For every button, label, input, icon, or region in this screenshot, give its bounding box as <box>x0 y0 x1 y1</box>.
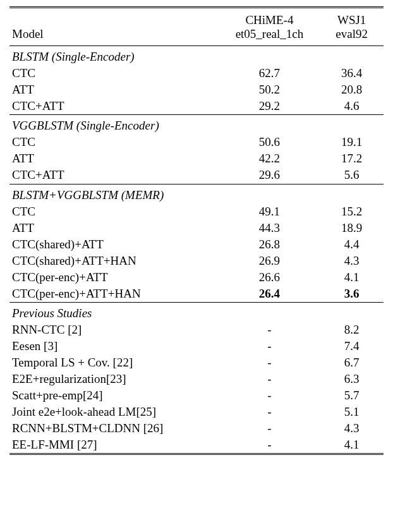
cell-model: EE-LF-MMI [27] <box>9 437 219 453</box>
cell-chime: 44.3 <box>219 220 320 236</box>
cell-model: CTC <box>9 65 219 82</box>
cell-model: CTC+ATT <box>9 98 219 114</box>
cell-chime: 50.2 <box>219 82 320 98</box>
section-title: BLSTM (Single-Encoder) <box>9 45 384 65</box>
table-header-row: Model CHiME-4 et05_real_1ch WSJ1 eval92 <box>9 8 384 45</box>
table-row: Temporal LS + Cov. [22]-6.7 <box>9 354 384 371</box>
table-row: RCNN+BLSTM+CLDNN [26]-4.3 <box>9 420 384 437</box>
results-table: Model CHiME-4 et05_real_1ch WSJ1 eval92 … <box>9 6 384 455</box>
cell-chime: - <box>219 420 320 437</box>
cell-chime: - <box>219 338 320 354</box>
cell-wsj: 8.2 <box>320 322 384 338</box>
cell-chime: - <box>219 437 320 453</box>
cell-chime: - <box>219 354 320 371</box>
section-header: BLSTM (Single-Encoder) <box>9 45 384 65</box>
cell-wsj: 6.3 <box>320 371 384 387</box>
header-wsj-line1: WSJ1 <box>337 13 366 27</box>
rule <box>9 453 384 454</box>
cell-chime: - <box>219 404 320 420</box>
cell-wsj: 5.6 <box>320 167 384 183</box>
cell-wsj: 3.6 <box>320 286 384 302</box>
header-chime-line2: et05_real_1ch <box>236 27 304 40</box>
section-title: Previous Studies <box>9 303 384 322</box>
cell-wsj: 4.3 <box>320 420 384 437</box>
cell-wsj: 4.6 <box>320 98 384 114</box>
table-row: Eesen [3]-7.4 <box>9 338 384 354</box>
cell-model: ATT <box>9 220 219 236</box>
cell-chime: 26.6 <box>219 269 320 286</box>
table-row: CTC(shared)+ATT+HAN26.94.3 <box>9 253 384 269</box>
cell-model: CTC(per-enc)+ATT <box>9 269 219 286</box>
cell-model: E2E+regularization[23] <box>9 371 219 387</box>
cell-model: CTC <box>9 203 219 220</box>
cell-model: Eesen [3] <box>9 338 219 354</box>
header-model-cell: Model <box>9 8 219 45</box>
cell-wsj: 36.4 <box>320 65 384 82</box>
table-row: ATT42.217.2 <box>9 150 384 167</box>
cell-model: CTC(shared)+ATT <box>9 236 219 253</box>
cell-model: ATT <box>9 82 219 98</box>
cell-model: Joint e2e+look-ahead LM[25] <box>9 404 219 420</box>
table-row: CTC+ATT29.65.6 <box>9 167 384 183</box>
header-chime-cell: CHiME-4 et05_real_1ch <box>219 8 320 45</box>
cell-chime: 29.2 <box>219 98 320 114</box>
section-header: Previous Studies <box>9 303 384 322</box>
cell-wsj: 6.7 <box>320 354 384 371</box>
cell-model: Scatt+pre-emp[24] <box>9 387 219 404</box>
cell-chime: 62.7 <box>219 65 320 82</box>
cell-chime: - <box>219 387 320 404</box>
cell-chime: - <box>219 322 320 338</box>
table-row: CTC62.736.4 <box>9 65 384 82</box>
cell-wsj: 7.4 <box>320 338 384 354</box>
cell-model: ATT <box>9 150 219 167</box>
section-title: VGGBLSTM (Single-Encoder) <box>9 115 384 135</box>
cell-model: CTC(shared)+ATT+HAN <box>9 253 219 269</box>
section-header: BLSTM+VGGBLSTM (MEMR) <box>9 184 384 203</box>
cell-chime: 29.6 <box>219 167 320 183</box>
header-chime-line1: CHiME-4 <box>245 13 293 27</box>
cell-model: RNN-CTC [2] <box>9 322 219 338</box>
cell-wsj: 19.1 <box>320 134 384 150</box>
cell-chime: 26.9 <box>219 253 320 269</box>
table-row: Scatt+pre-emp[24]-5.7 <box>9 387 384 404</box>
table-row: CTC(per-enc)+ATT+HAN26.43.6 <box>9 286 384 302</box>
table-row: CTC+ATT29.24.6 <box>9 98 384 114</box>
cell-model: CTC(per-enc)+ATT+HAN <box>9 286 219 302</box>
cell-wsj: 5.7 <box>320 387 384 404</box>
table-row: Joint e2e+look-ahead LM[25]-5.1 <box>9 404 384 420</box>
table-row: E2E+regularization[23]-6.3 <box>9 371 384 387</box>
cell-chime: 26.4 <box>219 286 320 302</box>
cell-wsj: 20.8 <box>320 82 384 98</box>
cell-model: CTC <box>9 134 219 150</box>
header-wsj-cell: WSJ1 eval92 <box>320 8 384 45</box>
cell-model: RCNN+BLSTM+CLDNN [26] <box>9 420 219 437</box>
cell-wsj: 17.2 <box>320 150 384 167</box>
table-row: RNN-CTC [2]-8.2 <box>9 322 384 338</box>
cell-chime: 50.6 <box>219 134 320 150</box>
cell-wsj: 4.1 <box>320 269 384 286</box>
table-row: CTC(shared)+ATT26.84.4 <box>9 236 384 253</box>
cell-wsj: 4.4 <box>320 236 384 253</box>
section-header: VGGBLSTM (Single-Encoder) <box>9 115 384 135</box>
table-body: BLSTM (Single-Encoder)CTC62.736.4ATT50.2… <box>9 45 384 454</box>
cell-chime: 49.1 <box>219 203 320 220</box>
header-wsj-line2: eval92 <box>336 27 368 40</box>
table-row: ATT50.220.8 <box>9 82 384 98</box>
cell-model: CTC+ATT <box>9 167 219 183</box>
cell-wsj: 4.1 <box>320 437 384 453</box>
cell-wsj: 15.2 <box>320 203 384 220</box>
cell-chime: 42.2 <box>219 150 320 167</box>
cell-wsj: 5.1 <box>320 404 384 420</box>
cell-wsj: 18.9 <box>320 220 384 236</box>
cell-chime: - <box>219 371 320 387</box>
table-row: CTC49.115.2 <box>9 203 384 220</box>
cell-model: Temporal LS + Cov. [22] <box>9 354 219 371</box>
header-model-label: Model <box>12 27 44 40</box>
table-row: CTC50.619.1 <box>9 134 384 150</box>
section-title: BLSTM+VGGBLSTM (MEMR) <box>9 184 384 203</box>
table-row: ATT44.318.9 <box>9 220 384 236</box>
table-row: CTC(per-enc)+ATT26.64.1 <box>9 269 384 286</box>
cell-chime: 26.8 <box>219 236 320 253</box>
cell-wsj: 4.3 <box>320 253 384 269</box>
table-row: EE-LF-MMI [27]-4.1 <box>9 437 384 453</box>
